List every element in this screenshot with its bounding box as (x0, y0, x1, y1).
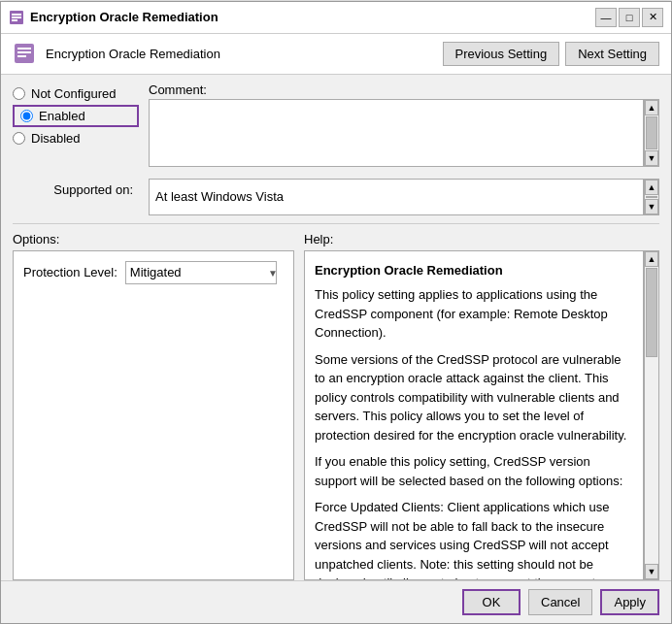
options-panel: Protection Level: Force Updated Clients … (13, 250, 294, 580)
help-para-2: Some versions of the CredSSP protocol ar… (315, 350, 633, 445)
comment-scroll-up[interactable]: ▲ (645, 100, 658, 115)
supported-scrollbar: ▲ ▼ (644, 179, 659, 215)
title-bar-icon (9, 10, 24, 25)
help-title: Encryption Oracle Remediation (315, 261, 633, 280)
apply-button[interactable]: Apply (600, 589, 659, 615)
cancel-button[interactable]: Cancel (528, 589, 592, 615)
help-para-3: If you enable this policy setting, CredS… (315, 452, 633, 490)
protection-level-row: Protection Level: Force Updated Clients … (23, 261, 284, 284)
enabled-option-box[interactable]: Enabled (13, 105, 139, 127)
header-row: Encryption Oracle Remediation Previous S… (1, 34, 671, 75)
protection-level-select[interactable]: Force Updated Clients Mitigated Vulnerab… (125, 261, 277, 284)
supported-value-box: At least Windows Vista (149, 179, 644, 215)
close-button[interactable]: ✕ (642, 8, 663, 27)
minimize-button[interactable]: — (595, 8, 617, 27)
divider (13, 223, 659, 224)
next-setting-button[interactable]: Next Setting (565, 42, 659, 66)
policy-icon (13, 42, 36, 65)
protection-level-select-wrapper: Force Updated Clients Mitigated Vulnerab… (125, 261, 284, 284)
comment-scrollbar: ▲ ▼ (644, 99, 659, 167)
main-window: Encryption Oracle Remediation — □ ✕ Encr… (0, 1, 672, 624)
supported-scroll-up[interactable]: ▲ (645, 180, 658, 195)
enabled-radio[interactable] (20, 110, 33, 122)
svg-rect-1 (12, 14, 21, 16)
disabled-label: Disabled (31, 131, 81, 146)
supported-scroll-thumb[interactable] (646, 196, 657, 198)
help-para-4: Force Updated Clients: Client applicatio… (315, 498, 633, 580)
options-help-labels: Options: Help: (1, 228, 671, 250)
help-scroll-thumb[interactable] (646, 268, 657, 358)
help-scroll-track (645, 358, 658, 563)
disabled-radio[interactable] (13, 132, 25, 145)
title-bar: Encryption Oracle Remediation — □ ✕ (1, 2, 671, 34)
supported-value: At least Windows Vista (155, 189, 284, 204)
help-para-1: This policy setting applies to applicati… (315, 285, 633, 343)
svg-rect-3 (12, 19, 17, 21)
header-policy-icon (13, 42, 36, 65)
options-help-row: Protection Level: Force Updated Clients … (1, 250, 671, 580)
previous-setting-button[interactable]: Previous Setting (443, 42, 560, 66)
svg-rect-7 (17, 55, 26, 57)
not-configured-radio[interactable] (13, 87, 25, 100)
header-title: Encryption Oracle Remediation (46, 47, 433, 61)
footer: OK Cancel Apply (1, 580, 671, 623)
title-bar-text: Encryption Oracle Remediation (30, 10, 589, 24)
comment-scroll-thumb[interactable] (646, 116, 657, 149)
ok-button[interactable]: OK (462, 589, 521, 615)
help-scroll-up[interactable]: ▲ (645, 251, 658, 267)
title-bar-controls: — □ ✕ (595, 8, 663, 27)
supported-row: Supported on: At least Windows Vista ▲ ▼ (1, 175, 671, 219)
help-panel: Encryption Oracle Remediation This polic… (304, 250, 644, 580)
protection-level-label: Protection Level: (23, 265, 118, 279)
comment-scroll-down[interactable]: ▼ (645, 150, 658, 166)
radio-group: Not Configured Enabled Disabled (13, 82, 139, 167)
help-scrollbar: ▲ ▼ (644, 250, 659, 580)
comment-section: Comment: ▲ ▼ (149, 82, 659, 167)
supported-scroll-down[interactable]: ▼ (645, 199, 658, 214)
header-buttons: Previous Setting Next Setting (443, 42, 660, 66)
not-configured-label: Not Configured (31, 86, 116, 101)
help-scroll-down[interactable]: ▼ (645, 564, 658, 579)
help-panel-container: Encryption Oracle Remediation This polic… (304, 250, 659, 580)
comment-textarea[interactable] (149, 99, 644, 167)
comment-label: Comment: (149, 82, 659, 97)
window-icon (9, 10, 24, 25)
not-configured-option[interactable]: Not Configured (13, 86, 139, 101)
svg-rect-2 (12, 16, 21, 18)
svg-rect-6 (17, 51, 31, 53)
options-section-label: Options: (13, 232, 304, 246)
svg-rect-5 (17, 48, 31, 49)
disabled-option[interactable]: Disabled (13, 131, 139, 146)
maximize-button[interactable]: □ (619, 8, 640, 27)
help-section-label: Help: (304, 232, 659, 246)
enabled-label: Enabled (39, 109, 85, 123)
supported-label: Supported on: (13, 179, 139, 197)
top-section: Not Configured Enabled Disabled Comment:… (1, 75, 671, 175)
